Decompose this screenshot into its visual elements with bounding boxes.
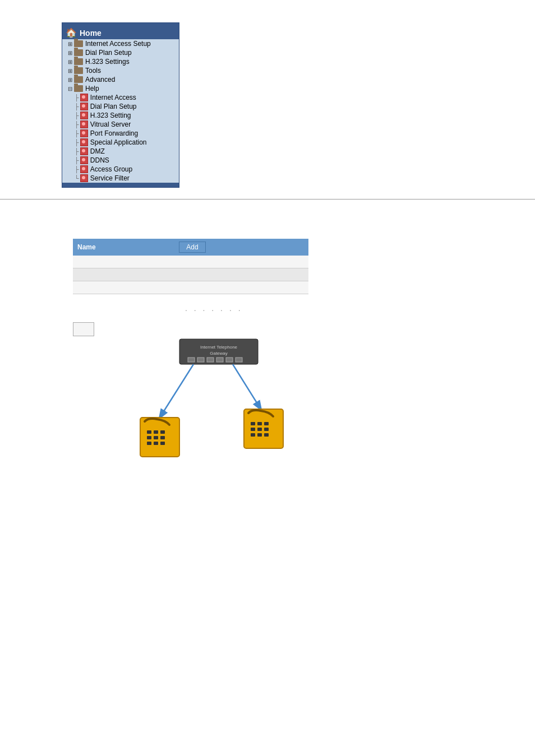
table-header-action: Add	[173, 239, 308, 256]
page-icon	[80, 120, 88, 128]
info-table: Name Add	[73, 239, 308, 294]
table-cell-action	[173, 268, 308, 281]
svg-rect-19	[154, 442, 158, 445]
page-icon	[80, 156, 88, 164]
folder-icon	[74, 67, 83, 74]
nav-label-tools: Tools	[85, 67, 101, 75]
svg-rect-15	[147, 436, 151, 439]
add-button[interactable]: Add	[179, 242, 205, 253]
nav-sub-label-h323-setting: H.323 Setting	[90, 112, 131, 119]
table-cell-name	[73, 281, 173, 294]
table-container: Name Add	[73, 239, 308, 294]
table-row	[73, 281, 308, 294]
expand-icon: ⊞	[68, 77, 72, 83]
svg-rect-17	[160, 436, 165, 439]
nav-sub-item-h323-setting[interactable]: ├ H.323 Setting	[62, 111, 179, 120]
table-row	[73, 256, 308, 268]
nav-sub-item-port-forwarding[interactable]: ├ Port Forwarding	[62, 129, 179, 138]
tree-line-icon: ├	[75, 94, 79, 101]
expand-icon: ⊞	[68, 59, 72, 65]
nav-sub-item-access-group[interactable]: ├ Access Group	[62, 165, 179, 174]
nav-item-internet-access-setup[interactable]: ⊞ Internet Access Setup	[62, 39, 179, 48]
svg-rect-29	[257, 433, 262, 437]
table-cell-action	[173, 281, 308, 294]
nav-item-h323-settings[interactable]: ⊞ H.323 Settings	[62, 57, 179, 66]
expand-icon: ⊞	[68, 41, 72, 47]
page-icon	[80, 103, 88, 110]
svg-line-9	[160, 364, 193, 418]
svg-rect-18	[147, 442, 151, 445]
page-icon	[80, 129, 88, 137]
nav-item-tools[interactable]: ⊞ Tools	[62, 66, 179, 75]
svg-rect-11	[140, 418, 179, 457]
tree-line-icon: ├	[75, 130, 79, 137]
section-top: 🏠 Home ⊞ Internet Access Setup ⊞ Dial Pl…	[0, 11, 535, 200]
nav-item-advanced[interactable]: ⊞ Advanced	[62, 75, 179, 84]
tree-line-icon: ├	[75, 121, 79, 128]
svg-rect-22	[251, 422, 255, 425]
tree-line-icon: ├	[75, 139, 79, 146]
diagram-dots: · · · · · · ·	[185, 305, 243, 314]
tree-line-icon: ├	[75, 157, 79, 164]
svg-rect-12	[147, 430, 151, 434]
expand-icon: ⊞	[68, 68, 72, 74]
nav-sub-item-special-application[interactable]: ├ Special Application	[62, 138, 179, 147]
tree-line-icon: ├	[75, 148, 79, 155]
nav-item-dial-plan-setup[interactable]: ⊞ Dial Plan Setup	[62, 48, 179, 57]
nav-sub-item-dial-plan-setup[interactable]: ├ Dial Plan Setup	[62, 102, 179, 111]
nav-sub-label-access-group: Access Group	[90, 165, 132, 173]
svg-rect-27	[264, 428, 269, 431]
page-icon	[80, 112, 88, 119]
nav-sub-item-virtual-server[interactable]: ├ Vitrual Server	[62, 120, 179, 129]
folder-icon	[74, 85, 83, 92]
page-icon	[80, 165, 88, 173]
expand-icon: ⊟	[68, 86, 72, 92]
folder-icon	[74, 58, 83, 65]
svg-rect-5	[207, 358, 214, 362]
svg-text:Internet Telephone: Internet Telephone	[200, 345, 238, 350]
svg-rect-20	[160, 442, 165, 445]
svg-rect-24	[264, 422, 269, 425]
svg-text:Gateway: Gateway	[210, 351, 228, 356]
page-icon	[80, 174, 88, 182]
folder-icon	[74, 76, 83, 83]
network-diagram-area: · · · · · · · Internet Telephone Gateway	[73, 305, 353, 474]
svg-rect-3	[188, 358, 195, 362]
tree-line-icon: ├	[75, 112, 79, 119]
nav-sub-item-internet-access[interactable]: ├ Internet Access	[62, 93, 179, 102]
svg-rect-6	[216, 358, 223, 362]
diagram-small-box	[73, 322, 94, 336]
expand-icon: ⊞	[68, 50, 72, 56]
nav-sub-label-ddns: DDNS	[90, 156, 109, 164]
table-cell-name	[73, 268, 173, 281]
nav-label-internet-access-setup: Internet Access Setup	[85, 40, 151, 48]
nav-label-dial-plan-setup: Dial Plan Setup	[85, 49, 132, 57]
svg-rect-23	[257, 422, 262, 425]
nav-sub-item-dmz[interactable]: ├ DMZ	[62, 147, 179, 156]
nav-sub-label-dial-plan-setup: Dial Plan Setup	[90, 103, 137, 110]
svg-rect-26	[257, 428, 262, 431]
nav-sub-item-ddns[interactable]: ├ DDNS	[62, 156, 179, 165]
nav-label-h323-settings: H.323 Settings	[85, 58, 130, 66]
svg-rect-13	[154, 430, 158, 434]
folder-icon	[74, 40, 83, 47]
svg-rect-16	[154, 436, 158, 439]
table-row	[73, 268, 308, 281]
svg-line-10	[233, 364, 261, 409]
table-header-name: Name	[73, 239, 173, 256]
svg-rect-8	[236, 358, 242, 362]
nav-label-advanced: Advanced	[85, 76, 115, 84]
nav-sub-item-service-filter[interactable]: └ Service Filter	[62, 174, 179, 183]
table-cell-action	[173, 256, 308, 268]
table-header-row: Name Add	[73, 239, 308, 256]
folder-icon	[74, 49, 83, 56]
nav-item-help[interactable]: ⊟ Help	[62, 84, 179, 93]
nav-home[interactable]: 🏠 Home	[62, 26, 179, 39]
network-diagram-svg: Internet Telephone Gateway	[129, 336, 308, 460]
page-icon	[80, 94, 88, 101]
page-icon	[80, 147, 88, 155]
svg-rect-21	[244, 409, 283, 448]
nav-sub-label-special-application: Special Application	[90, 138, 147, 146]
svg-rect-4	[197, 358, 204, 362]
svg-rect-30	[264, 433, 269, 437]
